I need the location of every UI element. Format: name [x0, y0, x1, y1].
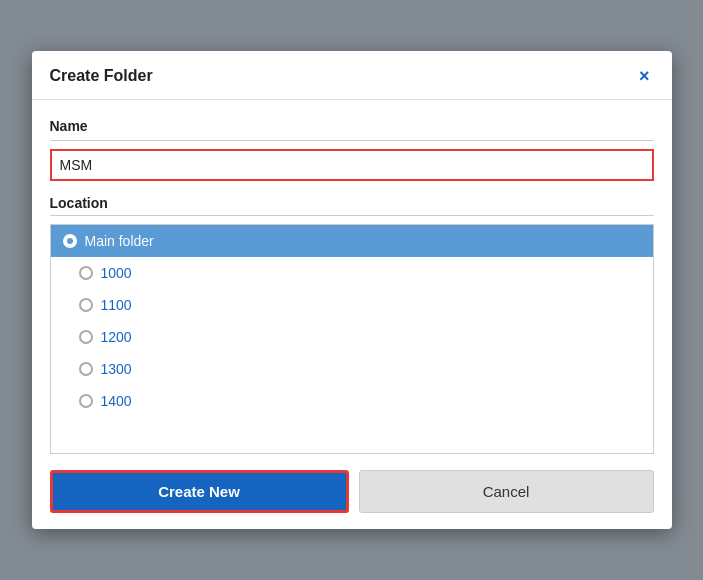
- list-item[interactable]: 1100: [51, 289, 653, 321]
- name-divider: [50, 140, 654, 141]
- close-button[interactable]: ×: [635, 65, 654, 87]
- location-item-label: 1000: [101, 265, 132, 281]
- name-input[interactable]: [50, 149, 654, 181]
- radio-main: [63, 234, 77, 248]
- location-item-label: 1400: [101, 393, 132, 409]
- radio-1300: [79, 362, 93, 376]
- location-list: Main folder 1000 1100: [51, 225, 653, 417]
- list-item[interactable]: 1000: [51, 257, 653, 289]
- dialog-header: Create Folder ×: [32, 51, 672, 100]
- radio-1200: [79, 330, 93, 344]
- list-item[interactable]: Main folder: [51, 225, 653, 257]
- list-item[interactable]: 1200: [51, 321, 653, 353]
- location-list-container[interactable]: Main folder 1000 1100: [50, 224, 654, 454]
- list-item[interactable]: 1300: [51, 353, 653, 385]
- location-item-label: 1300: [101, 361, 132, 377]
- dialog-body: Name Location Main folder: [32, 100, 672, 454]
- dialog-footer: Create New Cancel: [32, 454, 672, 529]
- location-label: Location: [50, 195, 654, 211]
- location-item-label: Main folder: [85, 233, 154, 249]
- create-new-button[interactable]: Create New: [50, 470, 349, 513]
- location-item-label: 1200: [101, 329, 132, 345]
- radio-1400: [79, 394, 93, 408]
- radio-1000: [79, 266, 93, 280]
- location-item-label: 1100: [101, 297, 132, 313]
- create-folder-dialog: Create Folder × Name Location M: [32, 51, 672, 529]
- modal-overlay: Create Folder × Name Location M: [0, 0, 703, 580]
- name-label: Name: [50, 118, 654, 134]
- cancel-button[interactable]: Cancel: [359, 470, 654, 513]
- radio-1100: [79, 298, 93, 312]
- location-divider: [50, 215, 654, 216]
- dialog-title: Create Folder: [50, 67, 153, 85]
- list-item[interactable]: 1400: [51, 385, 653, 417]
- page-background: Create Folder × Name Location M: [0, 0, 703, 580]
